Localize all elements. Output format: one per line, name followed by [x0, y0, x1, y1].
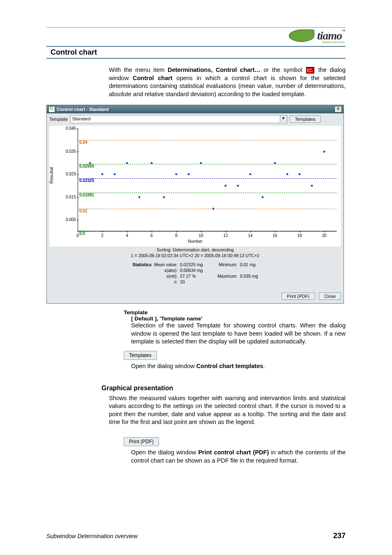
y-tick: 0.025: [62, 172, 76, 176]
window-titlebar: Control chart - Standard ✕: [47, 105, 344, 113]
data-point: [188, 173, 190, 175]
reference-line-label: 0.04: [79, 140, 87, 145]
x-tick: 14: [248, 233, 252, 238]
chart-sorting-legend: Sorting: Determination start, descending: [49, 247, 341, 252]
template-label: Template: [49, 117, 68, 122]
control-chart-plot: Resultat Number 0.0050.0150.0250.0350.04…: [49, 126, 341, 246]
brand-logo: tiamo™ titration and more: [46, 29, 346, 44]
data-point: [138, 196, 141, 198]
window-close-button[interactable]: ✕: [334, 106, 342, 113]
chart-range-legend: 1 = 2005-09-18 02:02:34 UTC+2 20 = 2005-…: [49, 253, 341, 258]
footer-section: Subwindow Determination overview: [46, 533, 138, 539]
y-tick: 0.045: [62, 126, 76, 131]
reference-line: [78, 164, 337, 164]
templates-button-inline[interactable]: Templates: [124, 351, 157, 360]
reference-line-label: 0.02959: [79, 164, 94, 168]
x-tick: 2: [101, 233, 104, 238]
page-number: 237: [333, 532, 346, 540]
template-select[interactable]: Standard ▼: [70, 115, 287, 123]
data-point: [151, 162, 153, 164]
data-point: [101, 173, 104, 175]
graphical-text: Shows the measured values together with …: [109, 394, 346, 426]
x-tick: 8: [175, 233, 178, 238]
x-tick: 20: [322, 233, 326, 238]
x-tick: 6: [150, 233, 153, 238]
data-point: [163, 196, 165, 198]
data-point: [262, 196, 264, 198]
y-tick: 0.005: [62, 217, 76, 222]
data-point: [274, 162, 276, 164]
template-field-text: Selection of the saved Template for show…: [131, 322, 346, 346]
close-button[interactable]: Close: [319, 292, 341, 300]
x-tick: 18: [297, 233, 302, 238]
data-point: [175, 173, 178, 175]
template-field-head: Template: [124, 309, 346, 315]
reference-line: [78, 193, 337, 193]
control-chart-icon: [306, 67, 314, 74]
chart-xlabel: Number: [50, 239, 341, 244]
reference-line-label: 0.02325: [79, 178, 94, 183]
data-point: [89, 162, 91, 164]
reference-line-label: 0.0: [79, 231, 85, 236]
x-tick: 4: [126, 233, 128, 238]
chevron-down-icon[interactable]: ▼: [280, 115, 287, 122]
window-app-icon: [48, 106, 55, 113]
x-tick: 10: [198, 233, 203, 238]
x-tick: 16: [272, 233, 277, 238]
templates-button[interactable]: Templates: [290, 115, 321, 123]
x-tick: 12: [223, 233, 228, 238]
reference-line: [78, 231, 337, 232]
reference-line-label: 0.01691: [79, 193, 94, 197]
intro-paragraph: With the menu item Determinations, Contr…: [109, 66, 346, 98]
data-point: [126, 162, 128, 164]
graphical-heading: Graphical presentation: [101, 385, 346, 392]
reference-line: [78, 140, 337, 140]
y-tick: 0.015: [62, 195, 76, 199]
data-point: [323, 150, 325, 152]
data-point: [299, 173, 301, 175]
y-tick: 0.035: [62, 149, 76, 154]
chart-ylabel: Resultat: [49, 167, 54, 184]
data-point: [212, 207, 214, 210]
x-tick: 0: [76, 233, 79, 238]
template-field-values: [ Default ], 'Template name': [131, 315, 346, 322]
data-point: [225, 185, 227, 187]
print-pdf-button[interactable]: Print (PDF): [281, 292, 315, 300]
statistics-block: Statistics Mean value:0.02325 mg s(abs):…: [49, 262, 341, 284]
reference-line: [78, 209, 337, 209]
data-point: [114, 173, 116, 175]
window-title: Control chart - Standard: [57, 107, 109, 112]
data-point: [249, 173, 251, 175]
control-chart-window: Control chart - Standard ✕ Template Stan…: [46, 105, 344, 304]
reference-line-label: 0.01: [79, 209, 87, 213]
data-point: [311, 185, 313, 187]
reference-line: [78, 178, 337, 179]
data-point: [237, 185, 239, 187]
data-point: [200, 162, 202, 164]
print-pdf-button-inline[interactable]: Print (PDF): [124, 437, 159, 446]
data-point: [286, 173, 288, 175]
section-title: Control chart: [51, 48, 97, 56]
